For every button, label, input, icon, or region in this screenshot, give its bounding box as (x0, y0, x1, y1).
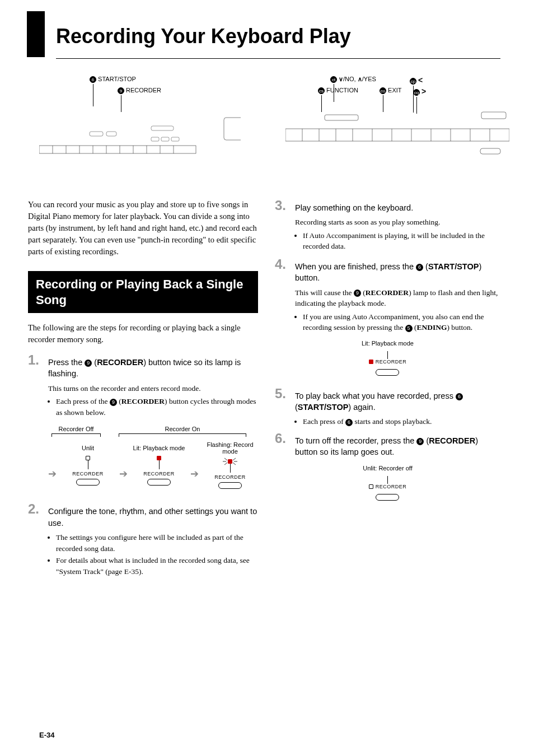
step-3-text: Play something on the keyboard. (295, 199, 500, 213)
recorder-label: RECORDER (202, 474, 258, 480)
arrow-icon: ➔ (190, 451, 199, 480)
step-1-sub2: Each press of the 9 (RECORDER) button cy… (56, 396, 258, 418)
control-panel-diagram: 6 START/STOP 9 RECORDER ct ∨/NO, ∧/YES c… (28, 76, 500, 182)
svg-line-38 (233, 463, 236, 465)
svg-rect-1 (39, 146, 196, 153)
step-number: 4 (275, 258, 291, 284)
step-number: 6 (275, 432, 291, 458)
svg-rect-2 (90, 132, 103, 136)
step-3: 3 Play something on the keyboard. (275, 199, 500, 213)
recorder-off-label: Recorder Off (48, 426, 104, 432)
step-3-sub1: Recording starts as soon as you play som… (295, 217, 500, 228)
led-lit-icon (157, 456, 161, 460)
step-4-sub1: This will cause the 9 (RECORDER) lamp to… (295, 287, 500, 309)
svg-rect-32 (480, 148, 500, 154)
svg-line-34 (233, 458, 236, 460)
step-6: 6 To turn off the recorder, press the 9 … (275, 432, 500, 458)
svg-line-33 (224, 458, 227, 460)
svg-rect-30 (325, 115, 358, 120)
step-4-sub2: If you are using Auto Accompaniment, you… (303, 311, 500, 333)
led-unlit-icon (86, 456, 90, 460)
step-5-sub1: Each press of 6 starts and stops playbac… (303, 416, 500, 427)
page-title: Recording Your Keyboard Play (56, 11, 500, 59)
step-1-text: Press the 9 (RECORDER) button twice so i… (48, 353, 258, 380)
recorder-on-label: Recorder On (115, 426, 250, 432)
step-2-text: Configure the tone, rhythm, and other se… (48, 502, 258, 529)
step-5: 5 To play back what you have recorded, p… (275, 387, 500, 413)
state-playback-label: Lit: Playback mode (131, 445, 187, 451)
flash-rays-icon (222, 456, 238, 466)
title-accent-block (27, 11, 45, 57)
step-4-text: When you are finished, press the 6 (STAR… (295, 258, 500, 284)
mini-off-caption: Unlit: Recorder off (275, 465, 500, 472)
section-intro: The following are the steps for recordin… (28, 322, 258, 346)
intro-paragraph: You can record your music as you play an… (28, 199, 258, 258)
recorder-label: RECORDER (60, 471, 116, 477)
recorder-off-mini-diagram: Unlit: Recorder off RECORDER (275, 465, 500, 501)
step-2-sub-list: The settings you configure here will be … (48, 532, 258, 577)
step-number: 1 (28, 353, 44, 380)
svg-rect-31 (481, 112, 506, 119)
recorder-mode-diagram: Recorder Off Recorder On ➔ Unlit (48, 426, 258, 489)
recorder-button-icon (376, 494, 399, 501)
step-5-sub-list: Each press of 6 starts and stops playbac… (295, 416, 500, 427)
step-4: 4 When you are finished, press the 6 (ST… (275, 258, 500, 284)
mini-playback-caption: Lit: Playback mode (275, 340, 500, 347)
arrow-icon: ➔ (48, 451, 57, 480)
step-3-sub2: If Auto Accompaniment is playing, it wil… (303, 230, 500, 252)
step-1-sub1: This turns on the recorder and enters re… (48, 383, 258, 394)
arrow-icon: ➔ (119, 451, 128, 480)
state-unlit-label: Unlit (60, 445, 116, 451)
panel-left-schematic (39, 98, 241, 165)
step-1-sub-list: Each press of the 9 (RECORDER) button cy… (48, 396, 258, 418)
step-2-sub1: The settings you configure here will be … (56, 532, 258, 554)
step-6-text: To turn off the recorder, press the 9 (R… (295, 432, 500, 458)
svg-rect-3 (106, 132, 116, 136)
recorder-label: RECORDER (131, 471, 187, 477)
svg-rect-7 (171, 137, 179, 141)
step-1: 1 Press the 9 (RECORDER) button twice so… (28, 353, 258, 380)
step-2: 2 Configure the tone, rhythm, and other … (28, 502, 258, 529)
state-flashing-label: Flashing: Record mode (202, 441, 258, 455)
recorder-button-icon (218, 482, 242, 489)
playback-mode-mini-diagram: Lit: Playback mode RECORDER (275, 340, 500, 376)
page-number: E-34 (39, 731, 54, 739)
section-heading: Recording or Playing Back a Single Song (28, 271, 258, 313)
recorder-label: RECORDER (376, 484, 407, 489)
recorder-label: RECORDER (376, 359, 407, 365)
step-2-sub2: For details about what is included in th… (56, 555, 258, 577)
recorder-button-icon (76, 479, 100, 486)
led-lit-icon (369, 360, 373, 364)
svg-line-37 (224, 463, 227, 465)
svg-rect-5 (151, 137, 159, 141)
svg-rect-6 (161, 137, 169, 141)
recorder-button-icon (147, 479, 171, 486)
svg-rect-4 (151, 126, 174, 130)
led-unlit-icon (369, 484, 373, 489)
step-number: 2 (28, 502, 44, 529)
step-5-text: To play back what you have recorded, pre… (295, 387, 500, 413)
step-number: 3 (275, 199, 291, 213)
step-3-sub-list: If Auto Accompaniment is playing, it wil… (295, 230, 500, 252)
recorder-button-icon (376, 369, 399, 376)
step-number: 5 (275, 387, 291, 413)
step-4-sub-list: If you are using Auto Accompaniment, you… (295, 311, 500, 333)
panel-right-schematic (285, 98, 509, 165)
svg-rect-0 (224, 118, 241, 140)
